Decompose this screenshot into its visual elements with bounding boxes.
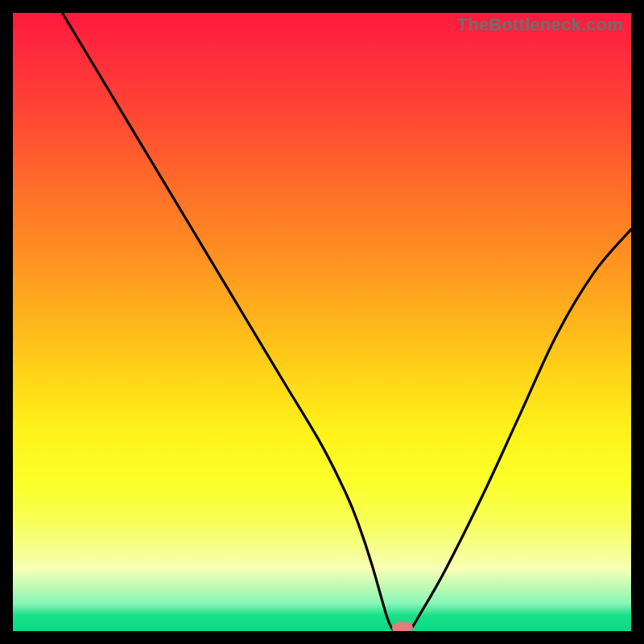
chart-frame: TheBottleneck.com	[0, 0, 644, 644]
bottleneck-marker-icon	[392, 622, 413, 631]
chart-plot-area: TheBottleneck.com	[13, 13, 631, 631]
bottleneck-curve	[13, 13, 631, 631]
bottleneck-curve-path	[62, 13, 631, 631]
